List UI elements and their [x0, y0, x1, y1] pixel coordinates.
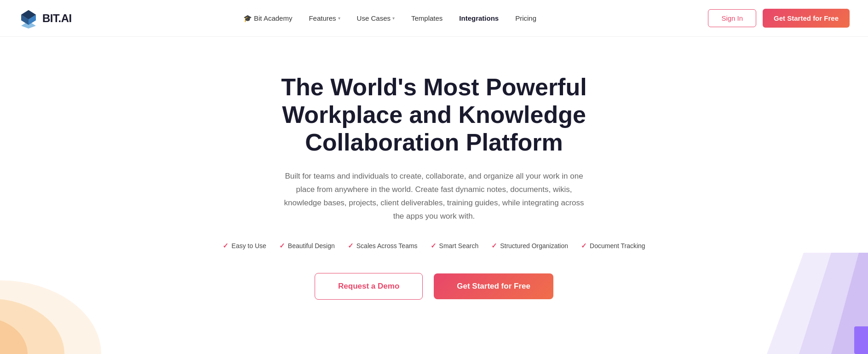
- hero-subtitle: Built for teams and individuals to creat…: [278, 170, 591, 223]
- svg-marker-11: [831, 253, 868, 354]
- feature-beautiful-design: ✓ Beautiful Design: [279, 242, 335, 250]
- svg-marker-9: [767, 253, 868, 354]
- site-header: BIT.AI 🎓 Bit Academy Features ▾ Use Case…: [0, 0, 868, 37]
- nav-item-templates[interactable]: Templates: [411, 14, 443, 22]
- nav-item-bit-academy[interactable]: 🎓 Bit Academy: [243, 14, 292, 23]
- svg-marker-10: [799, 253, 868, 354]
- main-nav: 🎓 Bit Academy Features ▾ Use Cases ▾ Tem…: [243, 14, 536, 23]
- feature-structured-organization: ✓ Structured Organization: [491, 242, 568, 250]
- cta-buttons: Request a Demo Get Started for Free: [315, 273, 553, 300]
- check-icon: ✓: [431, 242, 437, 250]
- signin-button[interactable]: Sign In: [708, 9, 756, 27]
- nav-item-use-cases[interactable]: Use Cases ▾: [357, 14, 395, 22]
- check-icon: ✓: [491, 242, 497, 250]
- features-row: ✓ Easy to Use ✓ Beautiful Design ✓ Scale…: [223, 242, 645, 250]
- deco-left-shape: [0, 253, 101, 354]
- request-demo-button[interactable]: Request a Demo: [315, 273, 423, 300]
- svg-point-7: [0, 299, 64, 354]
- header-actions: Sign In Get Started for Free: [708, 9, 850, 28]
- deco-right-shape: [730, 253, 868, 354]
- nav-item-pricing[interactable]: Pricing: [515, 14, 536, 22]
- hat-icon: 🎓: [243, 14, 252, 23]
- check-icon: ✓: [348, 242, 354, 250]
- nav-item-integrations[interactable]: Integrations: [459, 14, 499, 22]
- logo-icon: [18, 8, 39, 29]
- get-started-hero-button[interactable]: Get Started for Free: [434, 273, 553, 299]
- feature-smart-search: ✓ Smart Search: [431, 242, 479, 250]
- check-icon: ✓: [223, 242, 229, 250]
- svg-point-8: [0, 317, 28, 354]
- svg-rect-12: [854, 326, 868, 354]
- hero-title: The World's Most Powerful Workplace and …: [227, 74, 641, 156]
- logo[interactable]: BIT.AI: [18, 8, 72, 29]
- feature-document-tracking: ✓ Document Tracking: [581, 242, 645, 250]
- check-icon: ✓: [279, 242, 285, 250]
- feature-easy-to-use: ✓ Easy to Use: [223, 242, 266, 250]
- feature-scales-across-teams: ✓ Scales Across Teams: [348, 242, 418, 250]
- chevron-down-icon: ▾: [338, 16, 340, 21]
- svg-point-6: [0, 280, 101, 354]
- nav-item-features[interactable]: Features ▾: [309, 14, 340, 22]
- hero-section: The World's Most Powerful Workplace and …: [0, 37, 868, 354]
- get-started-header-button[interactable]: Get Started for Free: [763, 9, 850, 28]
- check-icon: ✓: [581, 242, 587, 250]
- logo-text: BIT.AI: [42, 12, 72, 25]
- chevron-down-icon: ▾: [392, 16, 395, 21]
